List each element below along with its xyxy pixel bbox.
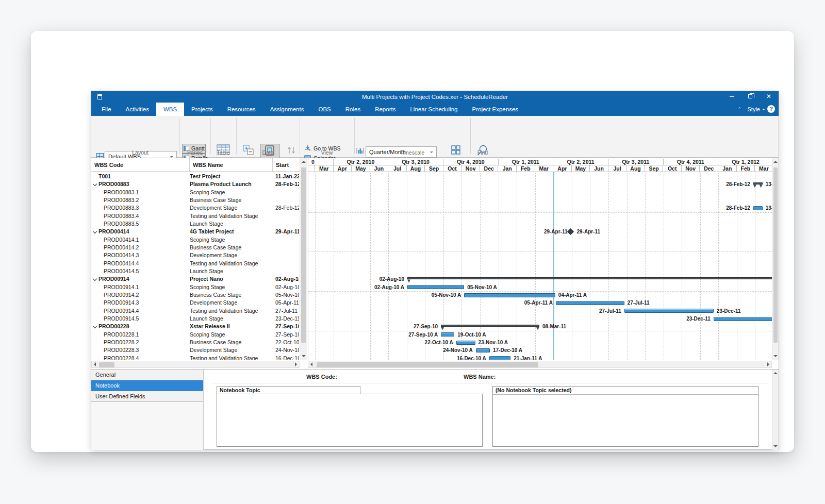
- scroll-right-arrow[interactable]: [767, 362, 769, 366]
- wbs-code-cell: PROD00228: [91, 323, 190, 330]
- gantt-bar[interactable]: [456, 341, 475, 345]
- restore-button[interactable]: [742, 91, 758, 103]
- gantt-milestone[interactable]: [567, 229, 574, 236]
- gantt-bar[interactable]: [407, 285, 464, 289]
- table-row[interactable]: PROD00414.3Development Stage: [91, 251, 300, 259]
- details-tab-general[interactable]: General: [91, 369, 203, 380]
- table-row[interactable]: PROD00883.5Launch Stage: [91, 220, 300, 228]
- wbs-code-cell: PROD00883.2: [91, 196, 190, 204]
- scroll-down-arrow[interactable]: [773, 445, 778, 447]
- collapse-ribbon-icon[interactable]: ⌃: [737, 107, 741, 112]
- scroll-up-arrow[interactable]: [302, 161, 306, 163]
- minimize-button[interactable]: [724, 91, 739, 103]
- gantt-summary-bar[interactable]: [441, 325, 539, 327]
- table-row[interactable]: PROD00914.1Scoping Stage02-Aug-10 A: [91, 283, 300, 291]
- gantt-bar[interactable]: [464, 293, 555, 297]
- table-row[interactable]: PROD00914.3Development Stage05-Apr-11 A: [91, 299, 300, 307]
- table-row[interactable]: PROD00228.2Business Case Stage22-Oct-10 …: [91, 339, 300, 346]
- gantt-vertical-scrollbar[interactable]: [772, 158, 779, 360]
- tab-file[interactable]: File: [94, 103, 119, 116]
- table-row[interactable]: PROD00228.1Scoping Stage27-Sep-10 A: [91, 331, 300, 339]
- gantt-bar[interactable]: [556, 301, 624, 305]
- scroll-down-arrow[interactable]: [302, 355, 306, 357]
- expand-chevron-icon[interactable]: [93, 324, 97, 328]
- table-row[interactable]: PROD00883.1Scoping Stage: [91, 189, 300, 196]
- gantt-bar[interactable]: [441, 332, 454, 337]
- scroll-thumb[interactable]: [301, 167, 306, 343]
- table-row[interactable]: PROD00228.4Testing and Validation Stage1…: [91, 355, 300, 360]
- style-menu[interactable]: Style: [748, 103, 760, 116]
- gridline-vertical: [315, 173, 316, 360]
- scroll-left-arrow[interactable]: [94, 362, 96, 366]
- gantt-month-cell: Dec: [700, 165, 718, 172]
- tab-activities[interactable]: Activities: [119, 103, 156, 116]
- expand-chevron-icon[interactable]: [93, 182, 97, 186]
- tab-assignments[interactable]: Assignments: [263, 103, 311, 116]
- scroll-thumb[interactable]: [99, 362, 114, 367]
- group-label-timescale: Timescale: [354, 149, 470, 156]
- gridline-vertical: [443, 173, 444, 360]
- close-button[interactable]: ✕: [761, 91, 777, 103]
- table-row[interactable]: PROD00414.5Launch Stage: [91, 267, 300, 275]
- help-icon[interactable]: ?: [767, 105, 775, 113]
- column-header-start: Start: [273, 158, 299, 172]
- table-row[interactable]: PROD00883Plasma Product Launch28-Feb-12: [91, 180, 300, 188]
- table-vertical-scrollbar[interactable]: [300, 158, 307, 360]
- tab-projects[interactable]: Projects: [184, 103, 220, 116]
- tab-resources[interactable]: Resources: [220, 103, 263, 116]
- wbs-code-cell: PROD00914.4: [91, 307, 190, 315]
- gantt-summary-bar[interactable]: [407, 277, 772, 279]
- scroll-thumb[interactable]: [317, 362, 538, 367]
- table-row[interactable]: PROD00228.3Development Stage24-Nov-10 A: [91, 346, 300, 354]
- gantt-bar[interactable]: [476, 348, 490, 352]
- table-horizontal-scrollbar[interactable]: [91, 361, 300, 368]
- table-row[interactable]: PROD00414.2Business Case Stage: [91, 244, 300, 251]
- scroll-right-arrow[interactable]: [295, 362, 297, 366]
- table-row[interactable]: PROD004144G Tablet Project29-Apr-11: [91, 228, 300, 236]
- scroll-thumb[interactable]: [773, 167, 778, 343]
- table-row[interactable]: PROD00228Xstar Release II27-Sep-10: [91, 323, 300, 330]
- tab-wbs[interactable]: WBS: [156, 103, 184, 116]
- table-row[interactable]: PROD00914.4Testing and Validation Stage2…: [91, 307, 300, 315]
- start-cell: 23-Dec-11: [273, 315, 299, 323]
- details-tab-user-defined-fields[interactable]: User Defined Fields: [91, 391, 203, 402]
- table-row[interactable]: PROD00914.2Business Case Stage05-Nov-10 …: [91, 291, 300, 299]
- table-row[interactable]: PROD00914Project Nano02-Aug-10: [91, 275, 300, 283]
- tab-project-expenses[interactable]: Project Expenses: [465, 103, 526, 116]
- table-row[interactable]: PROD00883.3Development Stage28-Feb-12: [91, 204, 300, 212]
- details-vertical-scrollbar[interactable]: [772, 369, 779, 450]
- scroll-left-arrow[interactable]: [310, 362, 312, 366]
- expand-chevron-icon[interactable]: [93, 229, 97, 233]
- gantt-summary-bar[interactable]: [753, 182, 763, 184]
- tab-obs[interactable]: OBS: [311, 103, 338, 116]
- gantt-bar[interactable]: [489, 356, 510, 360]
- tab-reports[interactable]: Reports: [368, 103, 403, 116]
- gantt-bar[interactable]: [624, 309, 714, 313]
- table-row[interactable]: PROD00883.2Business Case Stage: [91, 196, 300, 204]
- gridline-vertical: [608, 173, 609, 360]
- wbs-code-text: PROD00914.4: [104, 308, 139, 314]
- start-cell: [273, 260, 299, 267]
- table-row[interactable]: PROD00883.4Testing and Validation Stage: [91, 212, 300, 220]
- table-row[interactable]: T001Test Project11-Jan-22: [91, 173, 300, 180]
- summary-finish-cap: [760, 184, 763, 188]
- gantt-horizontal-scrollbar[interactable]: [308, 361, 772, 368]
- data-date-line: [553, 172, 554, 360]
- start-cell: 24-Nov-10 A: [273, 346, 299, 354]
- details-tab-notebook[interactable]: Notebook: [91, 380, 203, 391]
- tab-linear-scheduling[interactable]: Linear Scheduling: [403, 103, 465, 116]
- notebook-content-box[interactable]: (No Notebook Topic selected): [492, 386, 758, 447]
- scroll-up-arrow[interactable]: [773, 372, 778, 374]
- style-caret-icon[interactable]: [762, 109, 765, 112]
- table-row[interactable]: PROD00914.5Launch Stage23-Dec-11: [91, 315, 300, 323]
- gantt-bar[interactable]: [714, 317, 772, 321]
- scroll-up-arrow[interactable]: [773, 161, 778, 163]
- notebook-topic-list[interactable]: [217, 394, 483, 447]
- table-row[interactable]: PROD00414.4Testing and Validation Stage: [91, 260, 300, 267]
- gantt-quarter-cell: Qtr 1, 2011: [499, 159, 554, 165]
- scroll-down-arrow[interactable]: [773, 355, 778, 357]
- expand-chevron-icon[interactable]: [93, 277, 97, 281]
- gantt-bar[interactable]: [753, 206, 763, 210]
- tab-roles[interactable]: Roles: [338, 103, 368, 116]
- table-row[interactable]: PROD00414.1Scoping Stage: [91, 236, 300, 244]
